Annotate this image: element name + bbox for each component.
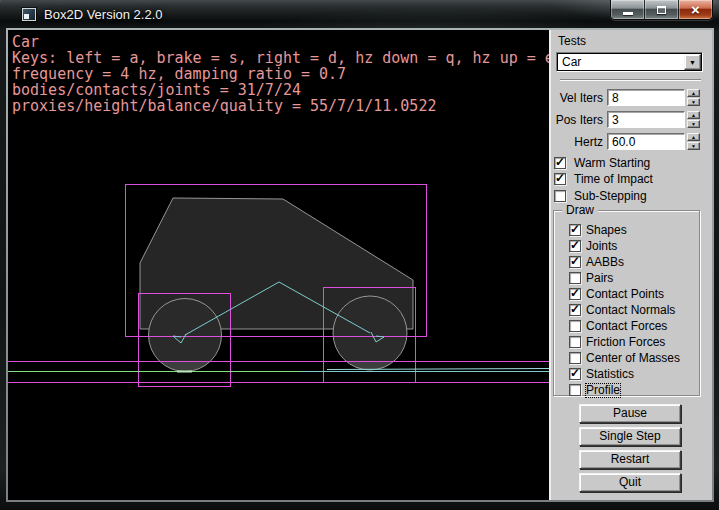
single-step-button[interactable]: Single Step xyxy=(579,427,681,446)
titlebar[interactable]: Box2D Version 2.2.0 × xyxy=(0,0,719,30)
tests-dropdown-field: Car ▼ xyxy=(557,53,702,71)
separator xyxy=(560,79,701,81)
stats-line: proxies/height/balance/quality = 55/7/1/… xyxy=(12,97,436,115)
spinner-down-icon: ▼ xyxy=(691,121,696,127)
hertz-row: Hertz ▲ ▼ xyxy=(551,133,712,150)
dropdown-arrow-button[interactable]: ▼ xyxy=(684,54,701,70)
hertz-label: Hertz xyxy=(551,135,603,149)
spinner-down-button[interactable]: ▼ xyxy=(687,142,700,150)
checkbox-box: ✓ xyxy=(569,336,581,348)
spinner-down-button[interactable]: ▼ xyxy=(687,98,700,106)
spinner-up-button[interactable]: ▲ xyxy=(687,89,700,97)
checkbox-label: Joints xyxy=(586,240,617,253)
spinner-up-icon: ▲ xyxy=(691,90,696,96)
checkbox-box: ✓ xyxy=(569,256,581,268)
checkbox-label: AABBs xyxy=(586,256,624,269)
quit-button[interactable]: Quit xyxy=(579,473,681,492)
checkbox-label: Profile xyxy=(586,384,620,397)
vel-iters-spinner: ▲ ▼ xyxy=(687,89,700,106)
checkbox-label: Contact Forces xyxy=(586,320,667,333)
checkbox-label: Time of Impact xyxy=(574,173,653,186)
checkbox-box: ✓ xyxy=(554,173,566,185)
check-icon: ✓ xyxy=(570,366,580,380)
checkbox-box: ✓ xyxy=(569,272,581,284)
window-title: Box2D Version 2.2.0 xyxy=(44,0,163,30)
tests-label: Tests xyxy=(558,34,586,48)
minimize-icon xyxy=(623,12,633,15)
pause-button[interactable]: Pause xyxy=(579,404,681,423)
spinner-up-icon: ▲ xyxy=(691,134,696,140)
vel-iters-label: Vel Iters xyxy=(551,91,603,105)
checkbox-label: Pairs xyxy=(586,272,613,285)
checkbox-label: Sub-Stepping xyxy=(574,190,647,203)
restart-button[interactable]: Restart xyxy=(579,450,681,469)
spinner-up-button[interactable]: ▲ xyxy=(687,111,700,119)
spinner-down-icon: ▼ xyxy=(691,143,696,149)
draw-group-legend: Draw xyxy=(562,203,598,217)
tests-dropdown[interactable]: Car ▼ xyxy=(556,52,703,72)
vel-iters-input[interactable] xyxy=(607,89,685,106)
checkbox-box: ✓ xyxy=(569,384,581,396)
spinner-up-button[interactable]: ▲ xyxy=(687,133,700,141)
close-button[interactable]: × xyxy=(679,0,712,19)
spinner-down-icon: ▼ xyxy=(691,99,696,105)
stats-text-block: Car Keys: left = a, brake = s, right = d… xyxy=(12,33,549,115)
spinner-down-button[interactable]: ▼ xyxy=(687,120,700,128)
checkbox-box: ✓ xyxy=(569,240,581,252)
app-icon xyxy=(22,8,36,21)
draw-groupbox: Draw ✓ Shapes ✓ Joints ✓ AABBs ✓ Pairs ✓… xyxy=(553,210,700,396)
control-panel: Tests Car ▼ Vel Iters ▲ ▼ Pos Iters ▲ ▼ xyxy=(549,30,712,500)
check-icon: ✓ xyxy=(555,155,565,169)
hertz-spinner: ▲ ▼ xyxy=(687,133,700,150)
checkbox-box: ✓ xyxy=(554,190,566,202)
checkbox-label: Friction Forces xyxy=(586,336,665,349)
checkbox-box: ✓ xyxy=(554,157,566,169)
check-icon: ✓ xyxy=(570,238,580,252)
tests-dropdown-value: Car xyxy=(558,55,684,69)
checkbox-box: ✓ xyxy=(569,320,581,332)
vel-iters-row: Vel Iters ▲ ▼ xyxy=(551,89,712,106)
checkbox-label: Shapes xyxy=(586,224,627,237)
maximize-icon xyxy=(657,6,666,14)
pos-iters-spinner: ▲ ▼ xyxy=(687,111,700,128)
simulation-canvas[interactable]: Car Keys: left = a, brake = s, right = d… xyxy=(8,30,549,500)
chevron-down-icon: ▼ xyxy=(689,59,696,66)
check-icon: ✓ xyxy=(555,171,565,185)
checkbox-label: Contact Normals xyxy=(586,304,675,317)
check-icon: ✓ xyxy=(570,286,580,300)
checkbox-label: Center of Masses xyxy=(586,352,680,365)
check-icon: ✓ xyxy=(570,222,580,236)
checkbox-box: ✓ xyxy=(569,304,581,316)
caption-button-group: × xyxy=(610,0,713,20)
maximize-button[interactable] xyxy=(645,0,679,19)
check-icon: ✓ xyxy=(570,254,580,268)
check-icon: ✓ xyxy=(570,302,580,316)
checkbox-label: Warm Starting xyxy=(574,157,650,170)
checkbox-box: ✓ xyxy=(569,288,581,300)
app-window: Box2D Version 2.2.0 × Car Keys: left = a… xyxy=(0,0,719,510)
checkbox-box: ✓ xyxy=(569,224,581,236)
canvas-area: Car Keys: left = a, brake = s, right = d… xyxy=(8,30,549,500)
close-icon: × xyxy=(691,1,700,19)
pos-iters-input[interactable] xyxy=(607,111,685,128)
checkbox-label: Statistics xyxy=(586,368,634,381)
wheel-left-ground-overlap xyxy=(160,362,210,372)
minimize-button[interactable] xyxy=(611,0,645,19)
spinner-up-icon: ▲ xyxy=(691,112,696,118)
pos-iters-label: Pos Iters xyxy=(551,113,603,127)
contact-point-left xyxy=(177,371,192,373)
checkbox-box: ✓ xyxy=(569,352,581,364)
hertz-input[interactable] xyxy=(607,133,685,150)
checkbox-box: ✓ xyxy=(569,368,581,380)
pos-iters-row: Pos Iters ▲ ▼ xyxy=(551,111,712,128)
wheel-right-ground-overlap xyxy=(347,362,394,370)
checkbox-label: Contact Points xyxy=(586,288,664,301)
